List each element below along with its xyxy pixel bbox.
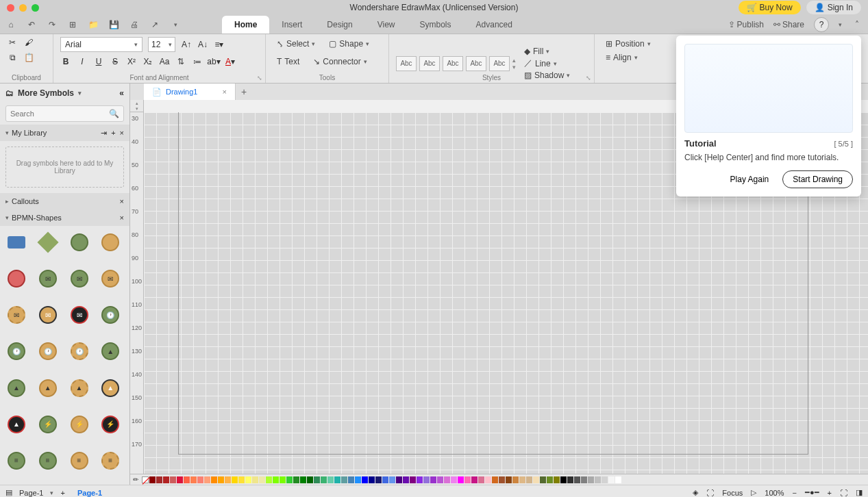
tab-view[interactable]: View [365,16,408,34]
add-page-icon[interactable]: + [60,489,64,497]
color-swatch[interactable] [396,476,402,483]
style-swatch-3[interactable]: Abc [443,56,463,71]
bold-icon[interactable]: B [60,56,71,67]
underline-icon[interactable]: U [93,56,104,67]
color-swatch[interactable] [238,476,245,483]
color-swatch[interactable] [410,476,416,483]
add-tab-button[interactable]: + [236,86,252,97]
symbol-search[interactable]: 🔍 [5,105,124,122]
color-swatch[interactable] [615,476,621,483]
page-selector[interactable]: Page-1 [19,489,43,497]
bpmn-shape[interactable] [99,231,121,253]
bpmn-shape[interactable]: ≡ [37,450,59,472]
print-icon[interactable]: 🖨 [129,19,140,30]
add-library-icon[interactable]: + [111,129,115,138]
zoom-slider[interactable]: ━●━ [805,488,819,497]
change-case-icon[interactable]: Aa [159,56,170,67]
line-spacing-icon[interactable]: ⇅ [175,56,186,67]
export-icon[interactable]: ↗ [149,19,160,30]
bpmn-shape[interactable]: ✉ [69,268,90,290]
fit-icon[interactable]: ⛶ [706,489,714,497]
color-swatch[interactable] [581,476,587,483]
color-swatch[interactable] [382,476,388,483]
qat-more-icon[interactable]: ▾ [170,19,181,30]
search-icon[interactable]: 🔍 [109,109,119,118]
home-icon[interactable]: ⌂ [5,19,16,30]
highlight-icon[interactable]: ab▾ [208,56,219,67]
color-swatch[interactable] [499,476,505,483]
play-again-button[interactable]: Play Again [723,170,776,188]
eyedropper-icon[interactable]: ✏ [133,476,138,483]
symbol-search-input[interactable] [10,110,109,118]
bpmn-shape[interactable]: ≡ [5,450,27,472]
buy-now-button[interactable]: 🛒Buy Now [739,1,801,14]
style-swatch-1[interactable]: Abc [396,56,417,71]
collapse-ribbon-icon[interactable]: ˄ [852,19,863,30]
cut-icon[interactable]: ✂ [7,37,18,48]
copy-icon[interactable]: ⧉ [7,52,18,63]
color-swatch[interactable] [423,476,430,483]
color-swatch[interactable] [492,476,498,483]
tab-symbols[interactable]: Symbols [408,16,464,34]
maximize-window-button[interactable] [32,4,39,12]
grow-font-icon[interactable]: A↑ [181,39,192,50]
gallery-up-icon[interactable]: ▴ [512,57,516,64]
text-tool[interactable]: TText [273,55,303,68]
bpmn-shape[interactable]: ⚡ [69,413,90,435]
bullets-icon[interactable]: ≔ [192,56,203,67]
layers-icon[interactable]: ◈ [693,488,698,497]
close-callouts-icon[interactable]: × [120,197,124,205]
bpmn-shape[interactable]: 🕐 [69,340,90,362]
open-icon[interactable]: 📁 [88,19,99,30]
bpmn-shape[interactable]: 🕐 [37,340,59,362]
bpmn-shape[interactable]: ≡ [69,450,90,472]
color-swatch[interactable] [321,476,327,483]
color-swatch[interactable] [437,476,443,483]
bpmn-shape[interactable]: 🕐 [99,304,121,326]
focus-button[interactable]: Focus [722,489,743,497]
color-swatch[interactable] [403,476,409,483]
zoom-out-icon[interactable]: − [792,489,796,497]
color-swatch[interactable] [232,476,238,483]
color-swatch[interactable] [547,476,553,483]
bpmn-shape[interactable]: ⚡ [99,413,121,435]
ruler-down-icon[interactable]: ▾ [136,106,138,112]
color-swatch[interactable] [444,476,450,483]
position-button[interactable]: ⊞ Position▾ [602,37,643,51]
bpmn-shape[interactable] [37,231,59,253]
import-icon[interactable]: ⇥ [101,129,107,138]
color-swatch[interactable] [608,476,615,483]
font-group-expand[interactable]: ⤡ [257,75,262,81]
color-swatch[interactable] [526,476,532,483]
color-swatch[interactable] [519,476,525,483]
fill-button[interactable]: ◆ Fill▾ [524,47,570,56]
style-swatch-4[interactable]: Abc [466,56,486,71]
align-button[interactable]: ≡ Align▾ [602,51,643,64]
style-gallery[interactable]: Abc Abc Abc Abc Abc [396,56,510,71]
connector-tool[interactable]: ↘Connector▾ [309,55,371,68]
publish-button[interactable]: ⇪Publish [728,20,764,29]
help-button[interactable]: ? [814,17,829,32]
color-swatch[interactable] [300,476,306,483]
style-swatch-2[interactable]: Abc [419,56,440,71]
bpmn-shape[interactable]: ✉ [5,304,27,326]
strikethrough-icon[interactable]: S [110,56,121,67]
color-swatch[interactable] [190,476,197,483]
font-color-icon[interactable]: A▾ [225,56,236,67]
library-dropzone[interactable]: Drag symbols here to add to My Library [5,146,124,188]
style-swatch-5[interactable]: Abc [489,56,510,71]
color-swatch[interactable] [506,476,512,483]
color-swatch[interactable] [341,476,347,483]
format-painter-icon[interactable]: 🖌 [23,37,34,48]
tab-home[interactable]: Home [222,16,269,34]
color-swatch[interactable] [362,476,368,483]
color-swatch[interactable] [149,476,156,483]
bpmn-shape[interactable]: ✉ [37,268,59,290]
bpmn-shape[interactable]: ⚡ [37,413,59,435]
color-swatch[interactable] [567,476,573,483]
new-icon[interactable]: ⊞ [67,19,78,30]
document-tab[interactable]: 📄 Drawing1 × [144,84,236,100]
color-swatch[interactable] [430,476,436,483]
page-dropdown-icon[interactable]: ▾ [50,489,53,496]
color-swatch[interactable] [327,476,334,483]
